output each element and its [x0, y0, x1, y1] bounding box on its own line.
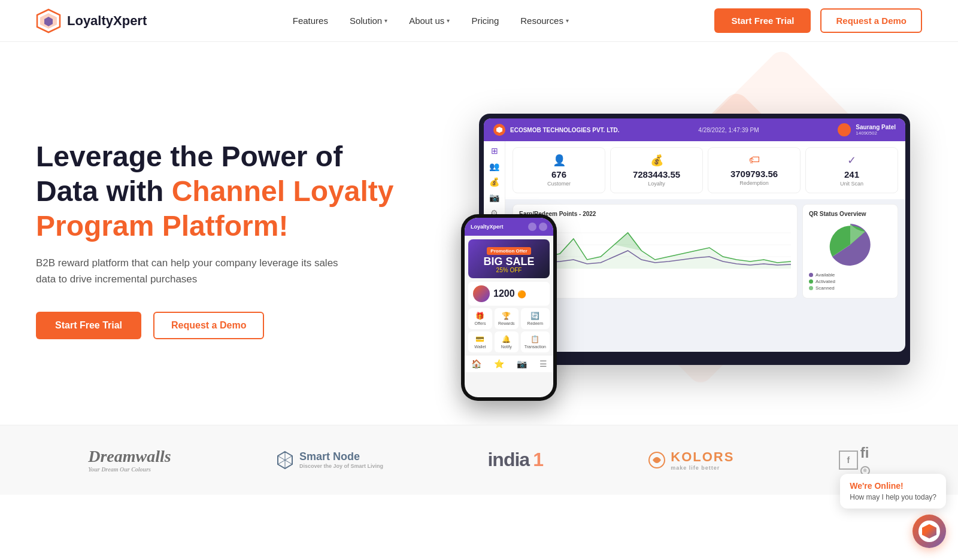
- grid-item-rewards[interactable]: 🏆 Rewards: [495, 308, 519, 329]
- chat-widget: We're Online! How may I help you today?: [840, 474, 946, 548]
- phone-feature-grid: 🎁 Offers 🏆 Rewards 🔄 Redeem: [468, 308, 550, 352]
- phone-points-value: 1200: [493, 288, 515, 299]
- dashboard-header: ECOSMOB TECHNOLOGIES PVT. LTD. 4/28/2022…: [484, 118, 905, 141]
- kolors-icon: [648, 451, 666, 469]
- loyalty-icon: 💰: [618, 154, 695, 167]
- phone-banner: Promotion Offer BIG SALE 25% OFF: [468, 239, 550, 278]
- smartnode-icon: [275, 451, 295, 470]
- redeem-icon: 🔄: [525, 312, 546, 320]
- sidebar-scan-icon[interactable]: 📷: [489, 193, 499, 202]
- hero-request-demo-button[interactable]: Request a Demo: [153, 312, 264, 339]
- nav-pricing[interactable]: Pricing: [471, 16, 499, 26]
- phone-nav-loyalty[interactable]: ⭐: [494, 359, 504, 369]
- phone-nav-home[interactable]: 🏠: [471, 359, 481, 369]
- hero-start-trial-button[interactable]: Start Free Trial: [36, 312, 141, 339]
- line-chart-title: Earn/Redeem Points - 2022: [519, 211, 791, 217]
- pie-legend: Available Activated Scanne: [809, 272, 892, 291]
- line-chart-svg: [519, 221, 791, 269]
- logo[interactable]: LoyaltyXpert: [36, 8, 147, 34]
- grid-item-offers[interactable]: 🎁 Offers: [468, 308, 492, 329]
- svg-marker-7: [519, 233, 791, 269]
- chat-status: We're Online!: [850, 481, 936, 491]
- chat-message: How may I help you today?: [850, 493, 936, 501]
- stat-redemption: 🏷 3709793.56 Redemption: [708, 147, 801, 193]
- nav-request-demo-button[interactable]: Request a Demo: [820, 8, 922, 33]
- client-brand5: f fi ®: [839, 445, 870, 476]
- grid-item-wallet[interactable]: 💳 Wallet: [468, 331, 492, 352]
- hero-visual: LoyaltyXpert Promotion Offer BIG SALE 25…: [435, 114, 922, 365]
- stat-loyalty: 💰 7283443.55 Loyalty: [610, 147, 703, 193]
- user-avatar: [838, 123, 851, 136]
- sale-percent: BIG SALE: [473, 256, 545, 267]
- nav-features[interactable]: Features: [293, 16, 328, 26]
- dreamwalls-tagline: Your Dream Our Colours: [88, 466, 171, 473]
- nav-start-trial-button[interactable]: Start Free Trial: [714, 8, 811, 33]
- nav-resources[interactable]: Resources ▾: [520, 16, 569, 26]
- customer-label: Customer: [520, 181, 598, 187]
- hero-content: Leverage the Power of Data with Channel …: [36, 139, 479, 339]
- laptop-mockup: LoyaltyXpert Promotion Offer BIG SALE 25…: [479, 114, 910, 365]
- transaction-label: Transaction: [525, 345, 546, 349]
- redeem-label: Redeem: [525, 321, 546, 325]
- india1-name: india: [487, 449, 529, 471]
- pie-svg: [826, 221, 874, 269]
- phone-header-icons: [528, 223, 547, 231]
- phone-header: LoyaltyXpert: [465, 218, 553, 236]
- user-name: Saurang Patel: [856, 124, 896, 130]
- sidebar-customers-icon[interactable]: 👥: [489, 162, 499, 171]
- dreamwalls-name: Dreamwalls: [88, 447, 171, 466]
- client-kolors: KOLORS make life better: [648, 449, 734, 471]
- client-dreamwalls: Dreamwalls Your Dream Our Colours: [88, 447, 171, 473]
- sidebar-points-icon[interactable]: 💰: [489, 177, 499, 187]
- grid-item-redeem[interactable]: 🔄 Redeem: [521, 308, 550, 329]
- wallet-icon: 💳: [472, 335, 489, 343]
- activated-dot: [809, 279, 813, 284]
- nav-solution[interactable]: Solution ▾: [350, 16, 387, 26]
- available-dot: [809, 273, 813, 277]
- phone-icon-2: [539, 223, 547, 231]
- svg-marker-3: [496, 127, 502, 133]
- rewards-icon: 🏆: [498, 312, 515, 320]
- nav-actions: Start Free Trial Request a Demo: [714, 8, 922, 33]
- chat-bubble: We're Online! How may I help you today?: [840, 474, 946, 509]
- redemption-label: Redemption: [716, 180, 793, 186]
- hero-title: Leverage the Power of Data with Channel …: [36, 139, 479, 243]
- user-id: 14090502: [856, 130, 896, 136]
- legend-activated: Activated: [809, 279, 892, 284]
- scanned-dot: [809, 286, 813, 290]
- stat-customer: 👤 676 Customer: [513, 147, 605, 193]
- phone-points-row: 1200 🟠: [468, 282, 550, 306]
- grid-item-transaction[interactable]: 📋 Transaction: [521, 331, 550, 352]
- phone-nav-more[interactable]: ☰: [539, 359, 547, 369]
- hero-subtitle: B2B reward platform that can help your c…: [36, 255, 347, 287]
- smartnode-tagline: Discover the Joy of Smart Living: [299, 463, 383, 469]
- loyalty-label: Loyalty: [618, 181, 695, 187]
- notify-label: Notify: [498, 345, 515, 349]
- smartnode-name: Smart Node: [299, 451, 383, 463]
- wallet-label: Wallet: [472, 345, 489, 349]
- nav-about[interactable]: About us ▾: [409, 16, 450, 26]
- phone-points-display: 1200 🟠: [493, 288, 526, 299]
- chat-button-inner: [918, 521, 940, 542]
- chat-button[interactable]: [912, 515, 946, 548]
- legend-scanned: Scanned: [809, 285, 892, 291]
- sidebar-home-icon[interactable]: ⊞: [491, 146, 498, 156]
- phone-nav-qr[interactable]: 📷: [517, 359, 527, 369]
- pie-chart-container: QR Status Overview: [802, 204, 898, 299]
- kolors-name: KOLORS: [671, 449, 734, 465]
- scan-label: Unit Scan: [813, 181, 890, 187]
- client-smartnode: Smart Node Discover the Joy of Smart Liv…: [275, 451, 383, 470]
- grid-item-notify[interactable]: 🔔 Notify: [495, 331, 519, 352]
- about-chevron: ▾: [447, 17, 450, 24]
- dashboard-date: 4/28/2022, 1:47:39 PM: [698, 127, 759, 133]
- dash-logo: [493, 124, 505, 136]
- client-india1: india1: [487, 449, 543, 471]
- phone-user-avatar: [473, 285, 490, 302]
- sale-badge: Promotion Offer: [487, 247, 530, 255]
- kolors-tagline: make life better: [671, 465, 734, 471]
- resources-chevron: ▾: [566, 17, 569, 24]
- customer-value: 676: [520, 169, 598, 179]
- scan-value: 241: [813, 169, 890, 179]
- dashboard-user: Saurang Patel 14090502: [838, 123, 896, 136]
- solution-chevron: ▾: [384, 17, 387, 24]
